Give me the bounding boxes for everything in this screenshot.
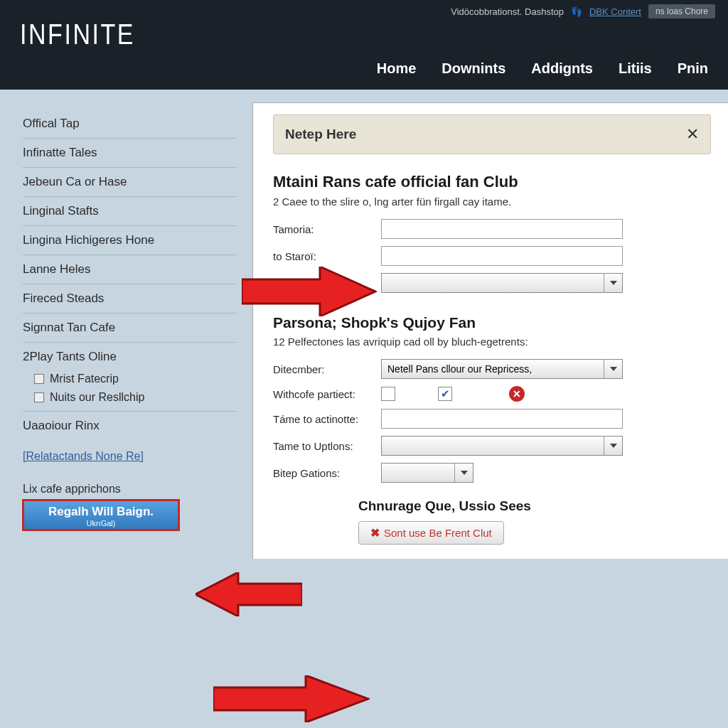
delete-icon[interactable]: ✕ <box>509 386 525 402</box>
sidebar-cta-sublabel: UkrıGal) <box>36 519 166 528</box>
section1-desc: 2 Caee to the slire o, lng arter fün fir… <box>273 196 711 208</box>
banner-title: Netep Here <box>285 127 356 142</box>
arrow-icon <box>196 572 302 616</box>
svg-marker-1 <box>196 572 302 616</box>
chevron-down-icon <box>604 437 622 455</box>
form-row-exypit: Exypit to Artenu: <box>273 273 711 293</box>
actinotte-input[interactable] <box>381 409 623 429</box>
withcofe-checkbox-1[interactable] <box>381 387 395 401</box>
sidebar-item-fireced-steads[interactable]: Fireced Steads <box>23 284 237 314</box>
sidebar-bracket-link[interactable]: [Relatactands None Re] <box>23 440 237 467</box>
chevron-down-icon <box>604 274 622 292</box>
form-row-actinotte: Táme to actinotte: <box>273 409 711 429</box>
chevron-down-icon <box>454 464 473 482</box>
sidebar-item-offical-tap[interactable]: Offical Tap <box>23 109 237 139</box>
info-banner: Netep Here ✕ <box>273 114 711 154</box>
utility-row: Vidöcobbrationst. Dashstop 👣 DBK Contert… <box>0 0 728 18</box>
sidebar-item-linginal-stafts[interactable]: Linginal Stafts <box>23 197 237 226</box>
close-icon[interactable]: ✕ <box>686 125 699 144</box>
top-bar: Vidöcobbrationst. Dashstop 👣 DBK Contert… <box>0 0 728 90</box>
action-button[interactable]: ✖ Sont use Be Frent Clut <box>358 521 504 545</box>
field-label: Bitep Gations: <box>273 467 381 479</box>
chevron-down-icon <box>604 360 622 378</box>
sidebar-item-jebeun[interactable]: Jebeun Ca or Hase <box>23 168 237 197</box>
form-row-gations: Bitep Gations: <box>273 463 711 483</box>
ditecmber-select[interactable]: Netell Pans cllour our Repricess, <box>381 359 623 379</box>
nav-addignts[interactable]: Addignts <box>531 60 593 77</box>
svg-marker-2 <box>213 675 368 722</box>
field-label: Ditecmber: <box>273 363 381 375</box>
subheading: Chnurage Que, Ussio Sees <box>358 498 711 514</box>
form-row-staroi: to Staroï: <box>273 246 711 266</box>
section2-title: Parsona; Shopk's Qujoy Fan <box>273 314 711 331</box>
sidebar-sublist: Mrist Fatecrip Nuits our Resllchip <box>23 365 237 412</box>
sidebar-sub-label: Nuits our Resllchip <box>50 391 144 404</box>
field-label: Exypit to Artenu: <box>273 277 381 289</box>
main-nav: Home Downints Addignts Litiis Pnin <box>0 55 728 90</box>
sidebar-item-infinatte-tales[interactable]: Infinatte Tales <box>23 139 237 168</box>
x-icon: ✖ <box>370 526 380 540</box>
uptlons-select[interactable] <box>381 436 623 456</box>
utility-text: Vidöcobbrationst. Dashstop <box>451 6 564 17</box>
form-row-uptlons: Tame to Uptlons: <box>273 436 711 456</box>
sidebar-item-signnat-tan-cafe[interactable]: Signnat Tan Cafe <box>23 314 237 343</box>
main-panel: Netep Here ✕ Mtaini Rans cafe official f… <box>252 102 728 559</box>
withcofe-checkbox-2[interactable]: ✔ <box>438 387 452 401</box>
sidebar-footer-label: Lix cafe apprichons <box>23 467 237 500</box>
field-label: Tamoria: <box>273 223 381 235</box>
form-row-tamoria: Tamoria: <box>273 219 711 239</box>
field-label: Tame to Uptlons: <box>273 440 381 452</box>
section2-desc: 12 Pelfectones las avriquip cad oll by b… <box>273 336 711 348</box>
checkbox-icon[interactable] <box>34 392 44 402</box>
form-row-ditecmber: Ditecmber: Netell Pans cllour our Repric… <box>273 359 711 379</box>
sidebar-item-uaaoiour[interactable]: Uaaoiour Rinx <box>23 412 237 440</box>
sidebar-cta-button[interactable]: Regalh Will Baign. UkrıGal) <box>23 500 179 530</box>
nav-pnin[interactable]: Pnin <box>678 60 708 77</box>
sidebar-group-title[interactable]: 2Play Tants Oline <box>23 343 237 365</box>
logo-row: INFINITE <box>0 18 728 55</box>
field-label: Withcofe partiect: <box>273 388 381 400</box>
utility-button[interactable]: ns loas Chore <box>648 4 715 18</box>
field-label: Táme to actinotte: <box>273 413 381 425</box>
nav-home[interactable]: Home <box>377 60 417 77</box>
section1-title: Mtaini Rans cafe official fan Club <box>273 173 711 191</box>
sidebar-sub-nuits[interactable]: Nuits our Resllchip <box>23 388 237 407</box>
sidebar-cta-label: Regalh Will Baign. <box>48 505 154 518</box>
arrow-icon <box>213 675 370 722</box>
gations-select[interactable] <box>381 463 473 483</box>
sidebar-sub-label: Mrist Fatecrip <box>50 373 119 385</box>
sidebar-item-lanne-heles[interactable]: Lanne Heles <box>23 255 237 284</box>
select-value: Netell Pans cllour our Repricess, <box>387 363 532 375</box>
brand-logo[interactable]: INFINITE <box>20 18 622 50</box>
nav-litiis[interactable]: Litiis <box>619 60 652 77</box>
field-label: to Staroï: <box>273 250 381 262</box>
staroi-input[interactable] <box>381 246 623 266</box>
checkbox-icon[interactable] <box>34 374 44 384</box>
sidebar-item-lingina-hichigeres[interactable]: Lingina Hichigeres Hone <box>23 226 237 255</box>
sidebar: Offical Tap Infinatte Tales Jebeun Ca or… <box>0 90 252 559</box>
utility-link[interactable]: DBK Contert <box>589 6 641 17</box>
exypit-select[interactable] <box>381 273 623 293</box>
tamoria-input[interactable] <box>381 219 623 239</box>
sidebar-sub-mrist[interactable]: Mrist Fatecrip <box>23 370 237 388</box>
form-row-withcofe: Withcofe partiect: ✔ ✕ <box>273 386 711 402</box>
page-layout: Offical Tap Infinatte Tales Jebeun Ca or… <box>0 90 728 559</box>
action-button-label: Sont use Be Frent Clut <box>384 527 492 539</box>
nav-downints[interactable]: Downints <box>441 60 505 77</box>
